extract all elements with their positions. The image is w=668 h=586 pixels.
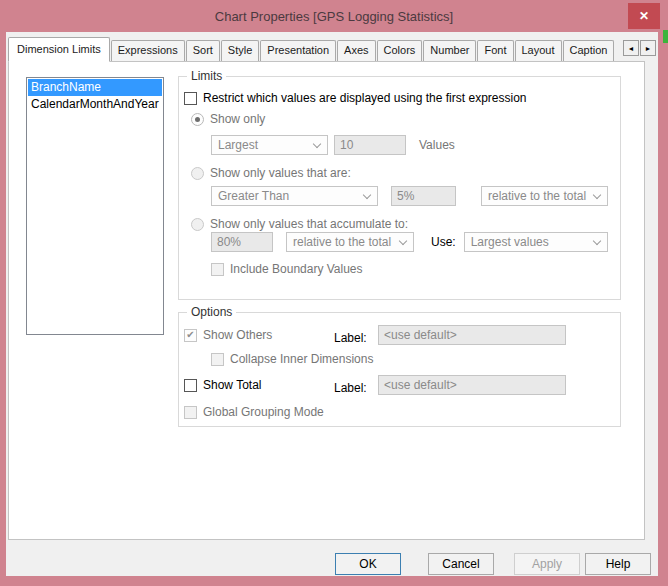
include-boundary-checkbox bbox=[211, 263, 224, 276]
collapse-inner-dimensions-label: Collapse Inner Dimensions bbox=[230, 352, 373, 366]
accumulate-label: Show only values that accumulate to: bbox=[210, 217, 408, 231]
dimension-limits-page: BranchName CalendarMonthAndYear Limits R… bbox=[8, 61, 645, 540]
chevron-down-icon bbox=[593, 191, 601, 199]
show-total-row: Show Total bbox=[184, 378, 261, 392]
show-others-checkbox: ✔ bbox=[184, 329, 197, 342]
ok-button[interactable]: OK bbox=[335, 553, 401, 575]
apply-button: Apply bbox=[514, 553, 580, 575]
close-icon: ✕ bbox=[639, 9, 649, 23]
show-others-label: Show Others bbox=[203, 328, 272, 342]
chevron-down-icon bbox=[592, 237, 600, 245]
accumulate-radio bbox=[191, 218, 204, 231]
show-only-radio bbox=[191, 113, 204, 126]
arrow-right-icon: ► bbox=[645, 45, 652, 52]
show-total-label: Show Total bbox=[203, 378, 261, 392]
list-item-calendarmonthandyear[interactable]: CalendarMonthAndYear bbox=[28, 96, 162, 113]
restrict-label: Restrict which values are displayed usin… bbox=[203, 91, 526, 105]
total-label-input bbox=[378, 375, 566, 395]
tab-scroll-right-button[interactable]: ► bbox=[640, 40, 656, 56]
global-grouping-label: Global Grouping Mode bbox=[203, 405, 324, 419]
show-only-count-input bbox=[334, 135, 406, 155]
values-label: Values bbox=[419, 138, 455, 152]
tab-caption[interactable]: Caption bbox=[563, 40, 615, 61]
accumulate-controls-row: relative to the total Use: Largest value… bbox=[211, 232, 608, 252]
accumulate-relative-value: relative to the total bbox=[293, 235, 391, 249]
operator-value: Greater Than bbox=[218, 189, 289, 203]
show-values-label: Show only values that are: bbox=[210, 166, 351, 180]
show-values-radio bbox=[191, 167, 204, 180]
desktop-bleed-sliver bbox=[663, 30, 668, 43]
tab-axes[interactable]: Axes bbox=[337, 40, 375, 61]
show-values-row: Show only values that are: bbox=[191, 166, 351, 180]
cancel-button[interactable]: Cancel bbox=[428, 553, 494, 575]
use-value: Largest values bbox=[471, 235, 549, 249]
help-button[interactable]: Help bbox=[585, 553, 651, 575]
show-only-row: Show only bbox=[191, 112, 265, 126]
others-label: Label: bbox=[334, 331, 367, 345]
chevron-down-icon bbox=[399, 237, 407, 245]
tab-font[interactable]: Font bbox=[477, 40, 513, 61]
global-grouping-checkbox bbox=[184, 406, 197, 419]
dialog-title: Chart Properties [GPS Logging Statistics… bbox=[215, 9, 453, 24]
total-label: Label: bbox=[334, 381, 367, 395]
accumulate-relative-dropdown: relative to the total bbox=[286, 232, 414, 252]
dialog-body: Dimension Limits Expressions Sort Style … bbox=[6, 32, 658, 576]
tab-strip: Dimension Limits Expressions Sort Style … bbox=[8, 37, 615, 62]
chevron-down-icon bbox=[363, 191, 371, 199]
close-button[interactable]: ✕ bbox=[628, 3, 660, 29]
accumulate-row: Show only values that accumulate to: bbox=[191, 217, 408, 231]
show-total-checkbox[interactable] bbox=[184, 379, 197, 392]
show-only-controls-row: Largest Values bbox=[211, 135, 455, 155]
tab-colors[interactable]: Colors bbox=[377, 40, 423, 61]
relative-value: relative to the total bbox=[488, 189, 586, 203]
tab-expressions[interactable]: Expressions bbox=[111, 40, 185, 61]
tab-number[interactable]: Number bbox=[423, 40, 476, 61]
show-others-row: ✔ Show Others bbox=[184, 328, 272, 342]
chevron-down-icon bbox=[313, 140, 321, 148]
others-label-input bbox=[378, 325, 566, 345]
operator-dropdown: Greater Than bbox=[211, 186, 378, 206]
show-only-label: Show only bbox=[210, 112, 265, 126]
amount-input bbox=[391, 186, 456, 206]
tab-presentation[interactable]: Presentation bbox=[260, 40, 336, 61]
accumulate-amount-input bbox=[211, 232, 273, 252]
titlebar: Chart Properties [GPS Logging Statistics… bbox=[0, 0, 668, 32]
options-group-title: Options bbox=[187, 305, 236, 319]
tab-scroll-left-button[interactable]: ◄ bbox=[623, 40, 639, 56]
arrow-left-icon: ◄ bbox=[628, 45, 635, 52]
show-only-mode-value: Largest bbox=[218, 138, 258, 152]
tab-sort[interactable]: Sort bbox=[186, 40, 220, 61]
tab-layout[interactable]: Layout bbox=[515, 40, 562, 61]
tab-dimension-limits[interactable]: Dimension Limits bbox=[8, 37, 110, 62]
limits-group-title: Limits bbox=[187, 69, 226, 83]
restrict-row: Restrict which values are displayed usin… bbox=[184, 91, 526, 105]
show-only-mode-dropdown: Largest bbox=[211, 135, 328, 155]
use-dropdown: Largest values bbox=[464, 232, 608, 252]
boundary-row: Include Boundary Values bbox=[211, 262, 363, 276]
collapse-inner-dimensions-checkbox bbox=[211, 353, 224, 366]
checkmark-icon: ✔ bbox=[186, 330, 194, 340]
chart-properties-dialog: Chart Properties [GPS Logging Statistics… bbox=[0, 0, 668, 586]
collapse-row: Collapse Inner Dimensions bbox=[211, 352, 373, 366]
restrict-checkbox[interactable] bbox=[184, 92, 197, 105]
tab-style[interactable]: Style bbox=[221, 40, 259, 61]
list-item-branchname[interactable]: BranchName bbox=[28, 79, 162, 96]
use-label: Use: bbox=[431, 235, 456, 249]
include-boundary-label: Include Boundary Values bbox=[230, 262, 363, 276]
relative-dropdown: relative to the total bbox=[481, 186, 608, 206]
show-values-controls-row: Greater Than relative to the total bbox=[211, 186, 608, 206]
dimension-listbox[interactable]: BranchName CalendarMonthAndYear bbox=[26, 77, 164, 335]
global-grouping-row: Global Grouping Mode bbox=[184, 405, 324, 419]
